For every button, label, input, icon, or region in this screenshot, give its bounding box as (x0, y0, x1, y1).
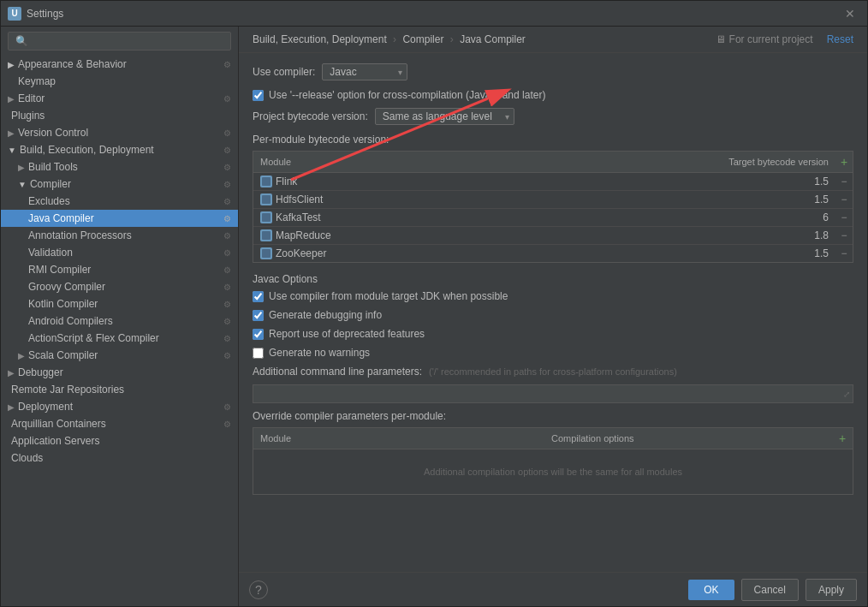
cmd-hint: ('/' recommended in paths for cross-plat… (429, 366, 677, 377)
ok-button[interactable]: OK (688, 580, 734, 600)
sidebar-item-kotlin-compiler[interactable]: Kotlin Compiler ⚙ (1, 295, 238, 312)
remove-module-button[interactable]: − (835, 209, 853, 226)
gear-icon: ⚙ (223, 248, 231, 258)
sidebar-label: Build, Execution, Deployment (20, 144, 154, 156)
module-icon (260, 193, 272, 205)
sidebar-item-editor[interactable]: ▶ Editor ⚙ (1, 90, 238, 107)
sidebar-item-plugins[interactable]: Plugins (1, 107, 238, 124)
sidebar-item-rmi-compiler[interactable]: RMI Compiler ⚙ (1, 261, 238, 278)
checkbox-generate-no-warnings[interactable] (253, 348, 264, 359)
remove-module-button[interactable]: − (835, 245, 853, 262)
override-section: Override compiler parameters per-module:… (253, 410, 853, 495)
help-button[interactable]: ? (249, 580, 268, 599)
gear-icon: ⚙ (223, 402, 231, 412)
apply-button[interactable]: Apply (806, 579, 857, 601)
compiler-select[interactable]: Javac (322, 63, 407, 80)
checkbox-use-compiler-module[interactable] (253, 291, 264, 302)
main-panel: Build, Execution, Deployment › Compiler … (239, 27, 867, 572)
version-cell: 1.5 (716, 245, 835, 262)
javac-checkbox-label-2: Report use of deprecated features (269, 328, 425, 340)
sidebar-item-appearance-behavior[interactable]: ▶ Appearance & Behavior ⚙ (1, 56, 238, 73)
sidebar-item-java-compiler[interactable]: Java Compiler ⚙ (1, 210, 238, 227)
compiler-select-wrap: Javac (322, 63, 407, 80)
sidebar-label: Validation (28, 247, 73, 259)
bottom-bar: ? OK Cancel Apply (239, 572, 867, 606)
sidebar-label: Version Control (18, 127, 88, 139)
add-override-button[interactable]: + (835, 428, 853, 449)
compiler-row: Use compiler: Javac (253, 63, 853, 80)
sidebar-item-arquillian[interactable]: Arquillian Containers ⚙ (1, 415, 238, 432)
sidebar-label: Arquillian Containers (11, 418, 106, 430)
sidebar: ▶ Appearance & Behavior ⚙ Keymap ▶ Edito… (1, 27, 239, 606)
sidebar-label: RMI Compiler (28, 264, 91, 276)
arrow-icon: ▼ (18, 180, 27, 189)
module-icon (260, 176, 272, 187)
sidebar-label: Scala Compiler (28, 349, 98, 361)
sidebar-label: Application Servers (11, 435, 99, 447)
cmd-section: Additional command line parameters: ('/'… (253, 366, 853, 403)
sidebar-item-debugger[interactable]: ▶ Debugger (1, 364, 238, 381)
sidebar-item-build-tools[interactable]: ▶ Build Tools ⚙ (1, 158, 238, 176)
arrow-icon: ▶ (18, 163, 25, 172)
table-header: Module Target bytecode version + (253, 152, 853, 173)
remove-module-button[interactable]: − (835, 173, 853, 190)
javac-checkbox-row-1: Generate debugging info (253, 309, 853, 321)
table-body: Flink 1.5 − HdfsClient 1.5 (253, 173, 853, 262)
gear-icon: ⚙ (223, 197, 231, 206)
main-content-wrapper: Build, Execution, Deployment › Compiler … (239, 27, 867, 606)
module-cell: Flink (253, 173, 716, 190)
sidebar-item-excludes[interactable]: Excludes ⚙ (1, 193, 238, 210)
sidebar-item-remote-jar[interactable]: Remote Jar Repositories (1, 381, 238, 398)
sidebar-item-scala-compiler[interactable]: ▶ Scala Compiler ⚙ (1, 347, 238, 364)
sidebar-item-android-compilers[interactable]: Android Compilers ⚙ (1, 312, 238, 330)
breadcrumb-path: Build, Execution, Deployment › Compiler … (253, 33, 526, 45)
ot-th-module: Module (253, 430, 544, 447)
content-area: ▶ Appearance & Behavior ⚙ Keymap ▶ Edito… (1, 27, 867, 606)
title-bar: U Settings ✕ (1, 1, 867, 27)
arrow-icon: ▶ (8, 402, 15, 412)
module-name: KafkaTest (276, 211, 321, 223)
close-button[interactable]: ✕ (840, 5, 860, 22)
override-table: Module Compilation options + Additional … (253, 427, 853, 495)
gear-icon: ⚙ (223, 334, 231, 343)
th-module: Module (253, 153, 716, 170)
reset-button[interactable]: Reset (827, 33, 853, 45)
sidebar-item-actionscript-flex[interactable]: ActionScript & Flex Compiler ⚙ (1, 330, 238, 347)
sidebar-item-validation[interactable]: Validation ⚙ (1, 244, 238, 261)
sidebar-item-build-execution[interactable]: ▼ Build, Execution, Deployment ⚙ (1, 141, 238, 158)
remove-module-button[interactable]: − (835, 191, 853, 208)
add-module-button[interactable]: + (835, 152, 853, 172)
version-cell: 1.5 (716, 191, 835, 208)
cancel-button[interactable]: Cancel (741, 579, 799, 601)
sidebar-item-keymap[interactable]: Keymap (1, 73, 238, 90)
sidebar-item-version-control[interactable]: ▶ Version Control ⚙ (1, 124, 238, 141)
sidebar-label: Editor (18, 92, 45, 104)
javac-checkbox-label-3: Generate no warnings (269, 347, 370, 359)
cmd-input[interactable] (253, 384, 853, 403)
checkbox-report-deprecated[interactable] (253, 329, 264, 340)
search-input[interactable] (8, 32, 231, 51)
arrow-icon: ▶ (18, 351, 25, 360)
javac-checkbox-label-1: Generate debugging info (269, 309, 382, 321)
sidebar-item-clouds[interactable]: Clouds (1, 449, 238, 467)
override-table-header: Module Compilation options + (253, 428, 853, 449)
dialog-buttons: OK Cancel Apply (688, 579, 857, 601)
sidebar-item-app-servers[interactable]: Application Servers (1, 432, 238, 449)
checkbox-generate-debug[interactable] (253, 310, 264, 321)
bytecode-version-label: Project bytecode version: (253, 110, 368, 122)
sidebar-item-deployment[interactable]: ▶ Deployment ⚙ (1, 398, 238, 415)
module-icon (260, 247, 272, 259)
sidebar-item-annotation-processors[interactable]: Annotation Processors ⚙ (1, 227, 238, 244)
bytecode-version-select[interactable]: Same as language level (375, 108, 514, 125)
arrow-icon: ▶ (8, 60, 15, 69)
breadcrumb-sep2: › (450, 33, 456, 45)
remove-module-button[interactable]: − (835, 227, 853, 244)
checkbox-release[interactable] (253, 90, 264, 101)
gear-icon: ⚙ (223, 146, 231, 155)
ot-th-options: Compilation options (544, 430, 835, 447)
sidebar-item-compiler[interactable]: ▼ Compiler ⚙ (1, 176, 238, 193)
breadcrumb: Build, Execution, Deployment › Compiler … (239, 27, 867, 53)
sidebar-item-groovy-compiler[interactable]: Groovy Compiler ⚙ (1, 278, 238, 295)
cmd-input-row: ⤢ (253, 384, 853, 403)
gear-icon: ⚙ (223, 351, 231, 360)
